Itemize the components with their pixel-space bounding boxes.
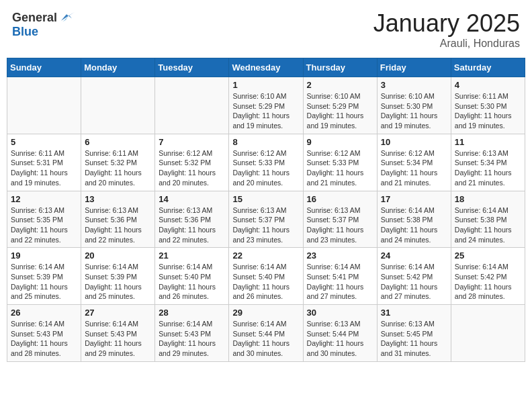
day-number: 20 bbox=[85, 250, 151, 261]
day-info: Sunrise: 6:13 AM Sunset: 5:36 PM Dayligh… bbox=[159, 205, 225, 245]
calendar-day-cell bbox=[7, 77, 81, 134]
calendar-day-cell: 14Sunrise: 6:13 AM Sunset: 5:36 PM Dayli… bbox=[155, 191, 229, 248]
day-info: Sunrise: 6:13 AM Sunset: 5:35 PM Dayligh… bbox=[11, 205, 77, 245]
day-info: Sunrise: 6:14 AM Sunset: 5:42 PM Dayligh… bbox=[455, 262, 521, 302]
day-info: Sunrise: 6:14 AM Sunset: 5:40 PM Dayligh… bbox=[232, 262, 299, 302]
calendar-day-cell: 29Sunrise: 6:14 AM Sunset: 5:44 PM Dayli… bbox=[229, 305, 303, 362]
day-number: 21 bbox=[159, 250, 225, 261]
day-number: 26 bbox=[11, 308, 77, 318]
day-number: 18 bbox=[455, 194, 521, 204]
day-info: Sunrise: 6:13 AM Sunset: 5:45 PM Dayligh… bbox=[381, 319, 447, 359]
calendar-day-cell: 10Sunrise: 6:12 AM Sunset: 5:34 PM Dayli… bbox=[377, 134, 451, 191]
calendar-week-row: 1Sunrise: 6:10 AM Sunset: 5:29 PM Daylig… bbox=[7, 77, 525, 134]
calendar-day-cell: 15Sunrise: 6:13 AM Sunset: 5:37 PM Dayli… bbox=[229, 191, 303, 248]
calendar-day-cell: 2Sunrise: 6:10 AM Sunset: 5:29 PM Daylig… bbox=[303, 77, 377, 134]
calendar-day-cell: 16Sunrise: 6:13 AM Sunset: 5:37 PM Dayli… bbox=[303, 191, 377, 248]
day-number: 15 bbox=[232, 194, 299, 204]
day-info: Sunrise: 6:14 AM Sunset: 5:44 PM Dayligh… bbox=[232, 319, 299, 359]
title-block: January 2025 Arauli, Honduras bbox=[373, 9, 520, 50]
day-number: 31 bbox=[381, 308, 447, 318]
day-number: 9 bbox=[307, 137, 373, 147]
calendar-day-cell bbox=[155, 77, 229, 134]
calendar-day-cell: 5Sunrise: 6:11 AM Sunset: 5:31 PM Daylig… bbox=[7, 134, 81, 191]
calendar-day-cell: 25Sunrise: 6:14 AM Sunset: 5:42 PM Dayli… bbox=[451, 248, 525, 305]
page-header: General Blue January 2025 Arauli, Hondur… bbox=[7, 7, 525, 52]
day-info: Sunrise: 6:10 AM Sunset: 5:30 PM Dayligh… bbox=[381, 91, 447, 131]
weekday-header-sunday: Sunday bbox=[7, 58, 81, 77]
day-info: Sunrise: 6:14 AM Sunset: 5:43 PM Dayligh… bbox=[85, 319, 151, 359]
day-number: 7 bbox=[159, 137, 225, 147]
weekday-header-tuesday: Tuesday bbox=[155, 58, 229, 77]
logo: General Blue bbox=[12, 9, 75, 38]
weekday-header-wednesday: Wednesday bbox=[229, 58, 303, 77]
day-info: Sunrise: 6:12 AM Sunset: 5:33 PM Dayligh… bbox=[307, 148, 373, 188]
calendar-day-cell: 8Sunrise: 6:12 AM Sunset: 5:33 PM Daylig… bbox=[229, 134, 303, 191]
day-number: 19 bbox=[11, 250, 77, 261]
calendar-week-row: 19Sunrise: 6:14 AM Sunset: 5:39 PM Dayli… bbox=[7, 248, 525, 305]
day-info: Sunrise: 6:12 AM Sunset: 5:34 PM Dayligh… bbox=[381, 148, 447, 188]
calendar-week-row: 12Sunrise: 6:13 AM Sunset: 5:35 PM Dayli… bbox=[7, 191, 525, 248]
day-number: 23 bbox=[307, 250, 373, 261]
calendar-day-cell: 3Sunrise: 6:10 AM Sunset: 5:30 PM Daylig… bbox=[377, 77, 451, 134]
day-number: 6 bbox=[85, 137, 151, 147]
day-number: 14 bbox=[159, 194, 225, 204]
calendar-day-cell: 19Sunrise: 6:14 AM Sunset: 5:39 PM Dayli… bbox=[7, 248, 81, 305]
day-info: Sunrise: 6:11 AM Sunset: 5:30 PM Dayligh… bbox=[455, 91, 521, 131]
logo-bird-icon bbox=[58, 9, 75, 26]
day-info: Sunrise: 6:14 AM Sunset: 5:42 PM Dayligh… bbox=[381, 262, 447, 302]
weekday-header-thursday: Thursday bbox=[303, 58, 377, 77]
day-info: Sunrise: 6:14 AM Sunset: 5:40 PM Dayligh… bbox=[159, 262, 225, 302]
day-info: Sunrise: 6:14 AM Sunset: 5:38 PM Dayligh… bbox=[455, 205, 521, 245]
day-info: Sunrise: 6:14 AM Sunset: 5:41 PM Dayligh… bbox=[307, 262, 373, 302]
location-title: Arauli, Honduras bbox=[373, 38, 520, 50]
day-info: Sunrise: 6:11 AM Sunset: 5:32 PM Dayligh… bbox=[85, 148, 151, 188]
weekday-header-row: SundayMondayTuesdayWednesdayThursdayFrid… bbox=[7, 58, 525, 77]
weekday-header-friday: Friday bbox=[377, 58, 451, 77]
calendar-day-cell: 12Sunrise: 6:13 AM Sunset: 5:35 PM Dayli… bbox=[7, 191, 81, 248]
day-info: Sunrise: 6:10 AM Sunset: 5:29 PM Dayligh… bbox=[307, 91, 373, 131]
calendar-day-cell: 4Sunrise: 6:11 AM Sunset: 5:30 PM Daylig… bbox=[451, 77, 525, 134]
day-info: Sunrise: 6:13 AM Sunset: 5:37 PM Dayligh… bbox=[307, 205, 373, 245]
day-info: Sunrise: 6:11 AM Sunset: 5:31 PM Dayligh… bbox=[11, 148, 77, 188]
calendar-table: SundayMondayTuesdayWednesdayThursdayFrid… bbox=[7, 58, 525, 362]
calendar-day-cell: 24Sunrise: 6:14 AM Sunset: 5:42 PM Dayli… bbox=[377, 248, 451, 305]
calendar-day-cell: 20Sunrise: 6:14 AM Sunset: 5:39 PM Dayli… bbox=[81, 248, 155, 305]
day-info: Sunrise: 6:14 AM Sunset: 5:43 PM Dayligh… bbox=[11, 319, 77, 359]
logo-blue: Blue bbox=[12, 25, 38, 38]
calendar-day-cell: 22Sunrise: 6:14 AM Sunset: 5:40 PM Dayli… bbox=[229, 248, 303, 305]
day-number: 25 bbox=[455, 250, 521, 261]
calendar-day-cell: 26Sunrise: 6:14 AM Sunset: 5:43 PM Dayli… bbox=[7, 305, 81, 362]
calendar-day-cell: 23Sunrise: 6:14 AM Sunset: 5:41 PM Dayli… bbox=[303, 248, 377, 305]
calendar-day-cell: 1Sunrise: 6:10 AM Sunset: 5:29 PM Daylig… bbox=[229, 77, 303, 134]
calendar-day-cell: 13Sunrise: 6:13 AM Sunset: 5:36 PM Dayli… bbox=[81, 191, 155, 248]
calendar-day-cell: 11Sunrise: 6:13 AM Sunset: 5:34 PM Dayli… bbox=[451, 134, 525, 191]
calendar-day-cell: 27Sunrise: 6:14 AM Sunset: 5:43 PM Dayli… bbox=[81, 305, 155, 362]
day-number: 12 bbox=[11, 194, 77, 204]
calendar-day-cell: 28Sunrise: 6:14 AM Sunset: 5:43 PM Dayli… bbox=[155, 305, 229, 362]
day-info: Sunrise: 6:14 AM Sunset: 5:39 PM Dayligh… bbox=[11, 262, 77, 302]
calendar-day-cell: 21Sunrise: 6:14 AM Sunset: 5:40 PM Dayli… bbox=[155, 248, 229, 305]
day-number: 22 bbox=[232, 250, 299, 261]
calendar-day-cell: 9Sunrise: 6:12 AM Sunset: 5:33 PM Daylig… bbox=[303, 134, 377, 191]
calendar-day-cell: 31Sunrise: 6:13 AM Sunset: 5:45 PM Dayli… bbox=[377, 305, 451, 362]
day-number: 17 bbox=[381, 194, 447, 204]
day-number: 2 bbox=[307, 80, 373, 90]
calendar-week-row: 5Sunrise: 6:11 AM Sunset: 5:31 PM Daylig… bbox=[7, 134, 525, 191]
calendar-week-row: 26Sunrise: 6:14 AM Sunset: 5:43 PM Dayli… bbox=[7, 305, 525, 362]
day-info: Sunrise: 6:13 AM Sunset: 5:37 PM Dayligh… bbox=[232, 205, 299, 245]
day-number: 24 bbox=[381, 250, 447, 261]
day-info: Sunrise: 6:12 AM Sunset: 5:33 PM Dayligh… bbox=[232, 148, 299, 188]
day-number: 11 bbox=[455, 137, 521, 147]
day-info: Sunrise: 6:13 AM Sunset: 5:34 PM Dayligh… bbox=[455, 148, 521, 188]
day-info: Sunrise: 6:10 AM Sunset: 5:29 PM Dayligh… bbox=[232, 91, 299, 131]
day-info: Sunrise: 6:12 AM Sunset: 5:32 PM Dayligh… bbox=[159, 148, 225, 188]
calendar-day-cell: 30Sunrise: 6:13 AM Sunset: 5:44 PM Dayli… bbox=[303, 305, 377, 362]
day-number: 28 bbox=[159, 308, 225, 318]
day-info: Sunrise: 6:13 AM Sunset: 5:44 PM Dayligh… bbox=[307, 319, 373, 359]
month-title: January 2025 bbox=[373, 9, 520, 38]
day-number: 5 bbox=[11, 137, 77, 147]
day-number: 16 bbox=[307, 194, 373, 204]
calendar-day-cell: 18Sunrise: 6:14 AM Sunset: 5:38 PM Dayli… bbox=[451, 191, 525, 248]
svg-marker-0 bbox=[61, 12, 75, 21]
calendar-day-cell: 6Sunrise: 6:11 AM Sunset: 5:32 PM Daylig… bbox=[81, 134, 155, 191]
